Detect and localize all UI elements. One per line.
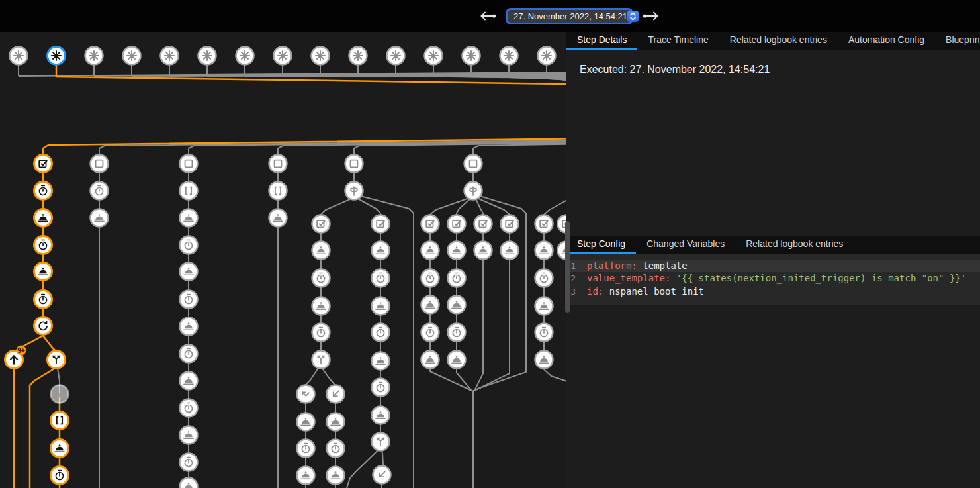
dome-node[interactable] <box>372 407 390 424</box>
previous-run-button[interactable] <box>478 9 498 23</box>
dome-node[interactable] <box>51 440 69 458</box>
dome-node[interactable] <box>34 263 52 281</box>
checkbox-blank-node[interactable] <box>269 155 287 173</box>
asterisk-node[interactable] <box>349 47 367 65</box>
dome-node[interactable] <box>297 413 315 431</box>
dome-node[interactable] <box>312 297 330 315</box>
asterisk-node[interactable] <box>48 47 66 65</box>
asterisk-node[interactable] <box>10 47 28 65</box>
checkbox-marked-node[interactable] <box>422 215 439 233</box>
run-datetime-select[interactable]: 27. November 2022, 14:54:21 <box>506 8 633 24</box>
dome-node[interactable] <box>327 413 345 431</box>
dome-node[interactable] <box>180 426 198 444</box>
dome-node[interactable] <box>372 352 390 370</box>
timer-node[interactable] <box>312 269 330 287</box>
timer-node[interactable] <box>372 324 390 342</box>
timer-node[interactable] <box>448 269 466 287</box>
arrow-down-left-node[interactable] <box>327 385 345 403</box>
checkbox-marked-node[interactable] <box>372 215 390 233</box>
dome-node[interactable] <box>422 296 439 314</box>
timer-node[interactable] <box>422 269 439 287</box>
dome-node[interactable] <box>448 296 466 314</box>
dome-node[interactable] <box>474 242 492 260</box>
tab-step-details[interactable]: Step Details <box>566 32 637 50</box>
dome-node[interactable] <box>297 467 315 485</box>
dome-node[interactable] <box>535 242 553 260</box>
dome-node[interactable] <box>448 351 466 369</box>
dome-node[interactable] <box>448 242 466 260</box>
call-split-node[interactable] <box>312 351 330 369</box>
asterisk-node[interactable] <box>236 47 254 65</box>
dome-node[interactable] <box>422 351 439 369</box>
dome-node[interactable] <box>372 242 390 260</box>
tab-changed-variables[interactable]: Changed Variables <box>636 236 735 254</box>
dome-node[interactable] <box>180 478 198 488</box>
arrow-up-node[interactable]: 9+ <box>5 346 26 369</box>
arrow-decision-node[interactable] <box>465 182 482 200</box>
dome-node[interactable] <box>180 209 198 227</box>
dome-node[interactable] <box>501 242 519 260</box>
dome-node[interactable] <box>180 318 198 336</box>
timer-node[interactable] <box>34 291 52 309</box>
dome-node[interactable] <box>180 263 198 281</box>
checkbox-marked-node[interactable] <box>535 215 553 233</box>
checkbox-blank-node[interactable] <box>91 155 109 173</box>
dome-node[interactable] <box>91 209 109 227</box>
dome-node[interactable] <box>422 242 439 260</box>
arrow-down-left-node[interactable] <box>373 466 391 484</box>
dome-node[interactable] <box>372 297 390 315</box>
asterisk-node[interactable] <box>425 47 443 65</box>
timer-node[interactable] <box>372 379 390 397</box>
checkbox-marked-node[interactable] <box>474 215 492 233</box>
tab-automation-config[interactable]: Automation Config <box>838 32 935 50</box>
timer-node[interactable] <box>422 324 439 342</box>
tab-step-config[interactable]: Step Config <box>566 236 636 254</box>
dome-node[interactable] <box>535 351 553 369</box>
dome-node[interactable] <box>180 372 198 390</box>
next-run-button[interactable] <box>641 9 661 23</box>
timer-node[interactable] <box>180 399 198 417</box>
dome-node[interactable] <box>327 467 345 485</box>
asterisk-node[interactable] <box>500 47 518 65</box>
tab-related-logbook-entries[interactable]: Related logbook entries <box>719 32 838 50</box>
arrow-decision-node[interactable] <box>345 182 363 200</box>
yaml-editor[interactable]: 1platform: template2value_template: '{{ … <box>566 254 980 305</box>
asterisk-node[interactable] <box>85 47 103 65</box>
call-split-node[interactable] <box>372 433 390 451</box>
checkbox-blank-node[interactable] <box>345 155 363 173</box>
call-split-node[interactable] <box>48 351 66 369</box>
timer-node[interactable] <box>535 269 553 287</box>
tab-trace-timeline[interactable]: Trace Timeline <box>637 32 719 50</box>
timer-node[interactable] <box>535 324 553 342</box>
checkbox-marked-node[interactable] <box>34 155 52 173</box>
asterisk-node[interactable] <box>463 47 480 65</box>
asterisk-node[interactable] <box>538 47 556 65</box>
asterisk-node[interactable] <box>312 47 330 65</box>
timer-node[interactable] <box>51 467 69 485</box>
dome-node[interactable] <box>535 297 553 315</box>
timer-node[interactable] <box>180 291 198 309</box>
timer-node[interactable] <box>312 324 330 342</box>
checkbox-marked-node[interactable] <box>448 215 466 233</box>
check-arrow-node[interactable] <box>297 385 315 403</box>
timer-node[interactable] <box>372 269 390 287</box>
timer-node[interactable] <box>34 236 52 254</box>
checkbox-blank-node[interactable] <box>465 155 482 173</box>
asterisk-node[interactable] <box>123 47 141 65</box>
tab-blueprint-config[interactable]: Blueprint Config <box>935 32 980 50</box>
brackets-node[interactable] <box>180 182 198 200</box>
arrow-down-left-node[interactable] <box>51 385 69 403</box>
asterisk-node[interactable] <box>387 47 405 65</box>
timer-node[interactable] <box>34 182 52 200</box>
refresh-node[interactable] <box>34 317 52 335</box>
asterisk-node[interactable] <box>161 47 179 65</box>
brackets-node[interactable] <box>51 412 69 430</box>
asterisk-node[interactable] <box>274 47 292 65</box>
timer-node[interactable] <box>448 324 466 342</box>
timer-node[interactable] <box>91 182 109 200</box>
timer-node[interactable] <box>180 236 198 254</box>
dome-node[interactable] <box>269 209 287 227</box>
timer-node[interactable] <box>297 440 315 458</box>
checkbox-blank-node[interactable] <box>180 155 198 173</box>
brackets-node[interactable] <box>269 182 287 200</box>
